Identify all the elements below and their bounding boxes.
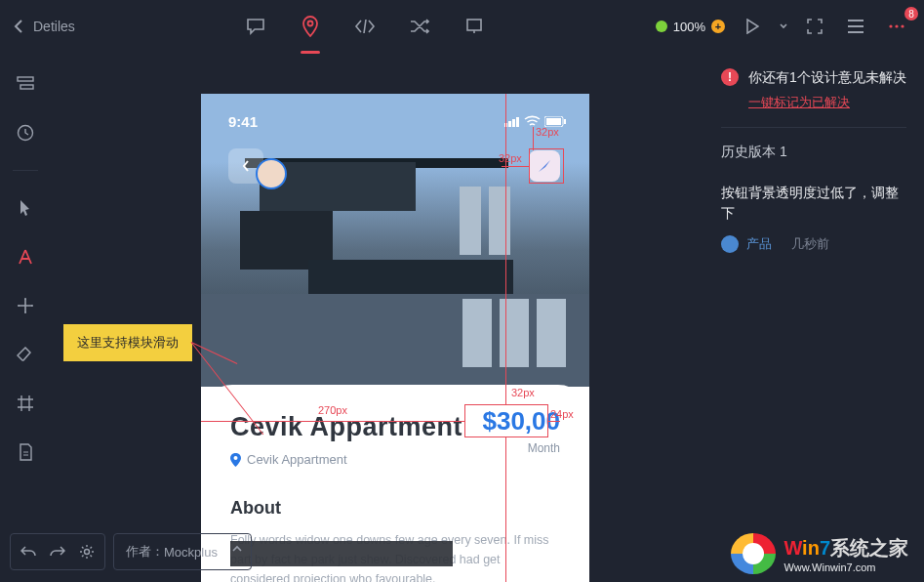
status-bar: 9:41 [228,113,566,130]
pin-icon [230,453,241,467]
zoom-value: 100% [673,20,705,34]
present-tool-icon[interactable] [461,13,488,40]
minus-icon[interactable] [656,21,667,32]
svg-rect-1 [467,20,481,30]
comment-body: 按钮背景透明度过低了，调整下 [721,183,906,224]
layers-icon[interactable] [12,70,39,98]
artboard[interactable]: 9:41 32px 32px Cevik Appartment [201,94,589,582]
commenter-avatar[interactable] [721,235,739,253]
svg-point-2 [889,24,892,27]
hero-image: 9:41 32px 32px [201,94,589,387]
back-button[interactable]: Detiles [14,19,75,34]
user-avatar[interactable] [256,158,287,189]
comment-pin[interactable]: 这里支持模块滑动 [63,324,192,361]
details-card: Cevik Appartment Cevik Appartment $30,00… [201,385,589,582]
panel-divider [721,127,906,128]
measure-line [505,94,506,404]
measure-line [548,421,560,422]
bottom-controls: 作者： Mockplus [10,533,252,570]
watermark-logo [731,533,776,574]
price-period: Month [528,441,560,455]
warning-icon: ! [721,68,739,86]
watermark-url: Www.Winwin7.com [783,561,908,573]
measure-line [201,421,464,422]
comment-meta: 产品 几秒前 [721,235,906,253]
selection-box[interactable] [464,404,548,437]
author-name: Mockplus [164,545,218,560]
undo-icon[interactable] [20,545,36,559]
comment-time: 几秒前 [791,235,829,253]
notification-badge: 8 [904,7,918,21]
warning-text: 你还有1个设计意见未解决 [748,68,906,88]
measure-label: 32px [499,152,522,164]
svg-point-0 [308,21,313,26]
svg-rect-6 [20,85,33,89]
history-icon[interactable] [12,119,39,146]
fullscreen-icon[interactable] [801,13,828,40]
svg-point-10 [24,298,26,300]
svg-point-4 [901,24,904,27]
warning-row: ! 你还有1个设计意见未解决 [721,68,906,88]
about-heading: About [230,498,560,519]
chevron-down-icon[interactable] [780,21,787,32]
author-prefix: 作者： [126,543,164,561]
menu-icon[interactable] [842,13,869,40]
pointer-tool-icon[interactable] [12,194,39,222]
svg-point-3 [895,24,898,27]
history-version-label[interactable]: 历史版本 1 [721,144,906,161]
watermark-brand: Win7系统之家 [783,535,908,561]
more-icon[interactable]: 8 [883,13,910,40]
commenter-name[interactable]: 产品 [746,235,772,253]
comment-tool-icon[interactable] [242,13,269,40]
selection-box[interactable] [529,148,564,184]
svg-point-9 [31,305,33,307]
redo-icon[interactable] [50,545,65,559]
eraser-tool-icon[interactable] [12,341,39,368]
svg-point-11 [24,312,26,313]
svg-rect-15 [516,117,519,127]
right-panel: ! 你还有1个设计意见未解决 一键标记为已解决 历史版本 1 按钮背景透明度过低… [703,53,924,582]
svg-point-20 [85,550,90,555]
add-tool-icon[interactable] [12,292,39,319]
chevron-left-icon [14,20,23,33]
text-tool-icon[interactable] [12,243,39,270]
svg-rect-17 [546,118,561,125]
status-time: 9:41 [228,113,258,130]
pin-tool-icon[interactable] [297,13,324,40]
toolbar-center [75,13,656,40]
watermark: Win7系统之家 Www.Winwin7.com [731,533,908,574]
zoom-control[interactable]: 100% + [656,20,725,34]
svg-rect-13 [508,121,511,127]
text-overlay [230,541,453,566]
canvas-area[interactable]: 9:41 32px 32px Cevik Appartment [51,53,703,582]
left-tool-rail [0,53,51,582]
page-title: Detiles [33,19,75,34]
measure-line [505,437,506,582]
svg-rect-18 [564,119,566,124]
history-controls [10,533,105,570]
settings-icon[interactable] [79,544,95,560]
svg-point-19 [234,456,238,460]
measure-label: 32px [511,387,535,398]
author-selector[interactable]: 作者： Mockplus [113,533,252,570]
measure-label: 32px [536,126,559,138]
resolve-all-link[interactable]: 一键标记为已解决 [748,94,850,111]
plus-icon[interactable]: + [711,20,725,33]
shuffle-tool-icon[interactable] [406,13,433,40]
toolbar-right: 100% + 8 [656,13,910,40]
svg-point-8 [18,305,20,307]
document-tool-icon[interactable] [12,438,39,466]
measure-label: 270px [318,404,347,416]
code-tool-icon[interactable] [351,13,379,40]
signal-icon [504,116,520,127]
rail-divider [13,170,38,171]
grid-tool-icon[interactable] [12,390,39,417]
measure-line [533,127,534,150]
svg-rect-5 [18,77,33,81]
chevron-up-icon [231,544,243,554]
top-toolbar: Detiles 100% + 8 [0,0,924,53]
measure-label: 24px [550,408,574,420]
play-icon[interactable] [739,13,766,40]
svg-rect-14 [512,119,515,127]
apartment-location: Cevik Appartment [230,452,560,467]
